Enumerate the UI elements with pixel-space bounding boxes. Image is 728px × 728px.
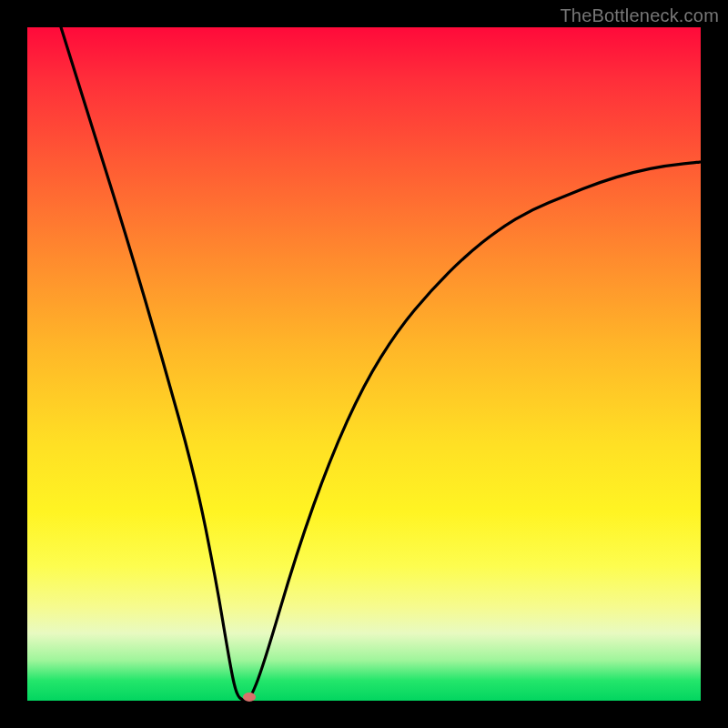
watermark-text: TheBottleneck.com <box>560 5 719 26</box>
curve-path <box>61 27 701 701</box>
bottleneck-curve <box>27 27 701 701</box>
plot-area <box>27 27 701 701</box>
optimal-point-marker <box>243 693 256 702</box>
chart-frame: TheBottleneck.com <box>0 0 728 728</box>
